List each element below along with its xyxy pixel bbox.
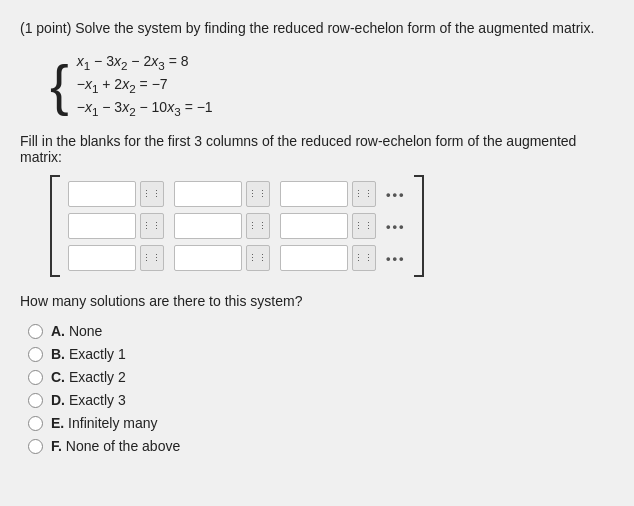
option-A[interactable]: A. None — [28, 323, 614, 339]
option-C-label: C. Exactly 2 — [51, 369, 126, 385]
fill-label: Fill in the blanks for the first 3 colum… — [20, 133, 614, 165]
matrix-grid-btn-r1c2[interactable] — [246, 181, 270, 207]
radio-E[interactable] — [28, 416, 43, 431]
matrix-rhs-r2: ••• — [386, 219, 406, 234]
matrix-grid-btn-r2c2[interactable] — [246, 213, 270, 239]
option-F-label: F. None of the above — [51, 438, 180, 454]
matrix-input-r3c2[interactable] — [174, 245, 242, 271]
option-F[interactable]: F. None of the above — [28, 438, 614, 454]
matrix-rhs-r1: ••• — [386, 187, 406, 202]
option-A-label: A. None — [51, 323, 102, 339]
matrix-grid-btn-r2c3[interactable] — [352, 213, 376, 239]
matrix-input-r2c2[interactable] — [174, 213, 242, 239]
equation-row-2: −x1 + 2x2 = −7 — [77, 76, 213, 95]
option-B-label: B. Exactly 1 — [51, 346, 126, 362]
matrix-cell-r2c2 — [174, 213, 270, 239]
matrix-grid: ••• ••• ••• — [64, 175, 410, 277]
matrix-cell-r2c1 — [68, 213, 164, 239]
matrix-input-r3c1[interactable] — [68, 245, 136, 271]
equation-row-1: x1 − 3x2 − 2x3 = 8 — [77, 53, 213, 72]
radio-F[interactable] — [28, 439, 43, 454]
matrix-grid-btn-r3c1[interactable] — [140, 245, 164, 271]
matrix-container: ••• ••• ••• — [50, 175, 614, 277]
matrix-cell-r3c3 — [280, 245, 376, 271]
left-brace: { — [50, 57, 69, 113]
matrix-cell-r3c2 — [174, 245, 270, 271]
matrix-grid-btn-r3c2[interactable] — [246, 245, 270, 271]
matrix-input-r1c2[interactable] — [174, 181, 242, 207]
matrix-grid-btn-r3c3[interactable] — [352, 245, 376, 271]
option-D-label: D. Exactly 3 — [51, 392, 126, 408]
matrix-cell-r1c2 — [174, 181, 270, 207]
matrix-input-r1c1[interactable] — [68, 181, 136, 207]
equation-block: { x1 − 3x2 − 2x3 = 8 −x1 + 2x2 = −7 −x1 … — [50, 53, 614, 117]
matrix-grid-btn-r1c3[interactable] — [352, 181, 376, 207]
matrix-input-r1c3[interactable] — [280, 181, 348, 207]
equation-row-3: −x1 − 3x2 − 10x3 = −1 — [77, 99, 213, 118]
option-E[interactable]: E. Infinitely many — [28, 415, 614, 431]
matrix-rhs-r3: ••• — [386, 251, 406, 266]
equations: x1 − 3x2 − 2x3 = 8 −x1 + 2x2 = −7 −x1 − … — [77, 53, 213, 117]
matrix-grid-btn-r2c1[interactable] — [140, 213, 164, 239]
matrix-input-r3c3[interactable] — [280, 245, 348, 271]
matrix-bracket-left — [50, 175, 60, 277]
matrix-input-r2c3[interactable] — [280, 213, 348, 239]
radio-A[interactable] — [28, 324, 43, 339]
option-E-label: E. Infinitely many — [51, 415, 158, 431]
radio-C[interactable] — [28, 370, 43, 385]
radio-D[interactable] — [28, 393, 43, 408]
matrix-input-r2c1[interactable] — [68, 213, 136, 239]
matrix-cell-r1c1 — [68, 181, 164, 207]
option-D[interactable]: D. Exactly 3 — [28, 392, 614, 408]
option-B[interactable]: B. Exactly 1 — [28, 346, 614, 362]
question-header: (1 point) Solve the system by finding th… — [20, 18, 614, 39]
matrix-grid-btn-r1c1[interactable] — [140, 181, 164, 207]
matrix-cell-r2c3 — [280, 213, 376, 239]
matrix-cell-r3c1 — [68, 245, 164, 271]
matrix-cell-r1c3 — [280, 181, 376, 207]
option-C[interactable]: C. Exactly 2 — [28, 369, 614, 385]
matrix-bracket-right — [414, 175, 424, 277]
solutions-question: How many solutions are there to this sys… — [20, 293, 614, 309]
radio-group: A. None B. Exactly 1 C. Exactly 2 D. Exa… — [28, 323, 614, 454]
radio-B[interactable] — [28, 347, 43, 362]
